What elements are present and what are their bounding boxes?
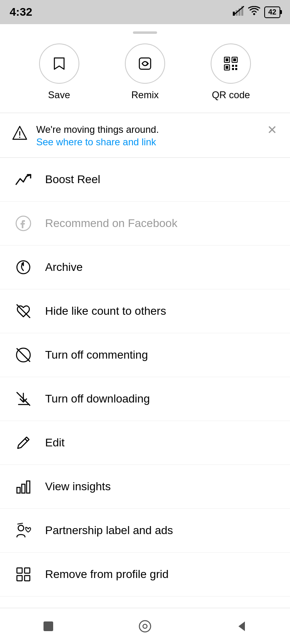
svg-rect-35 (17, 576, 22, 581)
bookmark-icon (50, 55, 68, 72)
qr-icon (222, 55, 240, 72)
insights-icon (13, 476, 34, 497)
menu-item-commenting[interactable]: Turn off commenting (0, 333, 290, 377)
menu-label-facebook: Recommend on Facebook (45, 217, 177, 230)
nav-square-button[interactable] (36, 614, 60, 638)
wifi-icon (248, 6, 260, 18)
menu-label-insights: View insights (45, 480, 111, 493)
svg-point-31 (18, 525, 24, 531)
save-label: Save (48, 89, 70, 101)
menu-item-insights[interactable]: View insights (0, 465, 290, 509)
menu-label-boost: Boost Reel (45, 173, 100, 186)
svg-rect-36 (25, 576, 30, 581)
download-off-icon (13, 388, 34, 409)
menu-item-edit[interactable]: Edit (0, 421, 290, 465)
svg-point-39 (139, 621, 151, 632)
save-button[interactable]: Save (39, 43, 79, 101)
svg-rect-14 (235, 65, 237, 67)
svg-rect-38 (44, 621, 53, 631)
remix-button[interactable]: Remix (125, 43, 165, 101)
menu-item-archive[interactable]: Archive (0, 246, 290, 289)
qrcode-circle (211, 43, 251, 84)
nav-home-button[interactable] (133, 614, 157, 638)
menu-item-hide-like[interactable]: Hide like count to others (0, 289, 290, 333)
facebook-icon (13, 213, 34, 234)
menu-item-boost[interactable]: Boost Reel (0, 158, 290, 202)
svg-point-5 (253, 13, 255, 15)
banner-main-text: We're moving things around. (36, 123, 257, 136)
svg-point-19 (19, 137, 21, 138)
grid-icon (13, 564, 34, 585)
bottom-nav (0, 608, 290, 644)
svg-rect-10 (233, 58, 236, 61)
menu-label-hide-like: Hide like count to others (45, 305, 166, 318)
sheet-handle[interactable] (133, 31, 157, 34)
menu-label-remove-grid: Remove from profile grid (45, 568, 169, 581)
banner: We're moving things around. See where to… (0, 113, 290, 158)
boost-icon (13, 169, 34, 190)
menu-item-downloading[interactable]: Turn off downloading (0, 377, 290, 421)
svg-rect-15 (232, 68, 234, 70)
svg-rect-30 (27, 481, 30, 493)
svg-marker-41 (238, 621, 245, 631)
status-time: 4:32 (10, 6, 32, 19)
partnership-icon (13, 520, 34, 541)
svg-rect-34 (25, 568, 30, 573)
svg-rect-12 (226, 66, 228, 69)
remix-icon (136, 55, 154, 72)
remix-circle (125, 43, 165, 84)
status-icons: 42 (233, 6, 280, 18)
svg-line-32 (18, 523, 23, 524)
menu-item-remove-grid[interactable]: Remove from profile grid (0, 553, 290, 597)
menu-label-partnership: Partnership label and ads (45, 524, 173, 537)
menu-item-partnership[interactable]: Partnership label and ads (0, 509, 290, 553)
menu-label-downloading: Turn off downloading (45, 392, 150, 405)
banner-link[interactable]: See where to share and link (36, 136, 257, 148)
menu-item-facebook[interactable]: Recommend on Facebook (0, 202, 290, 246)
bottom-sheet: Save Remix (0, 31, 290, 644)
qrcode-button[interactable]: QR code (211, 43, 251, 101)
svg-rect-6 (139, 58, 151, 69)
save-circle (39, 43, 79, 84)
svg-rect-28 (17, 487, 20, 493)
menu-label-commenting: Turn off commenting (45, 349, 148, 361)
svg-rect-33 (17, 568, 22, 573)
top-actions-row: Save Remix (0, 43, 290, 113)
battery-indicator: 42 (264, 6, 280, 18)
close-button[interactable]: ✕ (265, 123, 279, 137)
svg-rect-13 (232, 65, 234, 67)
signal-icon (233, 6, 244, 18)
svg-point-40 (143, 624, 147, 628)
svg-rect-8 (226, 58, 228, 61)
archive-icon (13, 257, 34, 278)
edit-icon (13, 432, 34, 453)
banner-icon (11, 124, 28, 143)
nav-back-button[interactable] (230, 614, 254, 638)
svg-line-27 (25, 439, 27, 441)
qrcode-label: QR code (212, 89, 250, 101)
menu-label-edit: Edit (45, 436, 64, 449)
menu-label-archive: Archive (45, 261, 83, 274)
commenting-off-icon (13, 345, 34, 365)
banner-text-block: We're moving things around. See where to… (36, 123, 257, 148)
svg-rect-29 (22, 484, 25, 493)
status-bar: 4:32 42 (0, 0, 290, 24)
remix-label: Remix (131, 89, 159, 101)
svg-rect-16 (235, 68, 237, 70)
hide-like-icon (13, 301, 34, 322)
